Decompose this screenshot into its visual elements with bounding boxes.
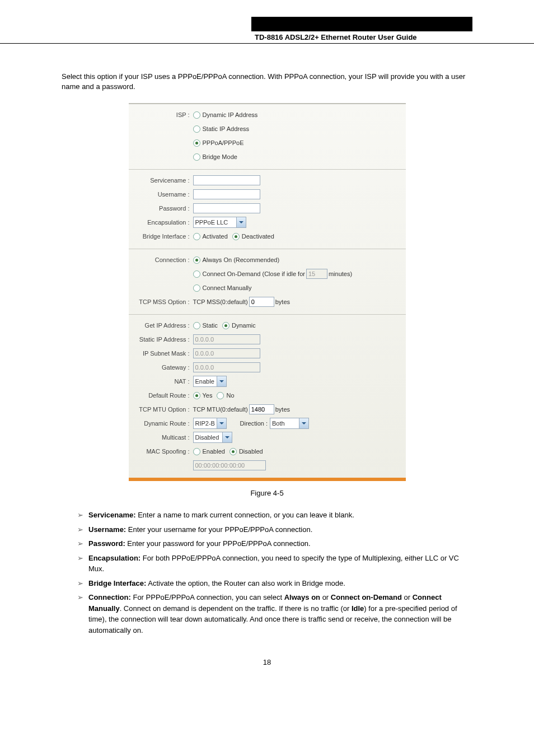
- gateway-label: Gateway :: [129, 364, 193, 371]
- header-bar-black: [251, 17, 472, 31]
- isp-static-label: Static IP Address: [203, 125, 250, 132]
- getip-static-label: Static: [203, 322, 218, 329]
- password-input[interactable]: [193, 203, 260, 213]
- staticip-input[interactable]: [193, 334, 260, 344]
- bridgeif-deactivated-radio[interactable]: [232, 233, 240, 240]
- nat-label: NAT :: [129, 378, 193, 385]
- subnet-input[interactable]: [193, 348, 260, 358]
- getip-label: Get IP Address :: [129, 322, 193, 329]
- dynroute-label: Dynamic Route :: [129, 420, 193, 427]
- mss-input[interactable]: [249, 297, 274, 307]
- conn-ondemand-pre: Connect On-Demand (Close if idle for: [203, 270, 305, 277]
- bullet-icon: ➢: [77, 578, 88, 589]
- bullet-icon: ➢: [77, 510, 88, 521]
- isp-dynamic-label: Dynamic IP Address: [203, 111, 258, 118]
- mtu-input[interactable]: [249, 404, 274, 414]
- servicename-input[interactable]: [193, 175, 260, 185]
- panel-footer: [129, 478, 406, 481]
- bullet-icon: ➢: [77, 524, 88, 535]
- staticip-label: Static IP Address :: [129, 336, 193, 343]
- multicast-select[interactable]: Disabled: [193, 432, 232, 443]
- direction-select[interactable]: Both: [270, 418, 309, 429]
- bridgeif-activated-radio[interactable]: [193, 233, 200, 240]
- macspoof-disabled-label: Disabled: [239, 448, 263, 455]
- config-panel: ISP : Dynamic IP Address Static IP Addre…: [129, 103, 406, 481]
- macspoof-enabled-label: Enabled: [203, 448, 225, 455]
- bridgeif-activated-label: Activated: [203, 233, 228, 240]
- bridgeif-deactivated-label: Deactivated: [242, 233, 274, 240]
- username-label: Username :: [129, 191, 193, 198]
- bullet-list: ➢ Servicename: Enter a name to mark curr…: [62, 510, 472, 636]
- mtu-label: TCP MTU Option :: [129, 406, 193, 413]
- list-item: ➢ Password: Enter your password for your…: [77, 538, 472, 549]
- mss-label: TCP MSS Option :: [129, 298, 193, 305]
- bullet-icon: ➢: [77, 538, 88, 549]
- list-item: ➢ Username: Enter your username for your…: [77, 524, 472, 535]
- conn-always-radio[interactable]: [193, 256, 200, 264]
- defroute-yes-radio[interactable]: [193, 392, 200, 399]
- isp-pppoe-label: PPPoA/PPPoE: [203, 139, 244, 146]
- isp-bridge-label: Bridge Mode: [203, 153, 237, 160]
- mtu-pre: TCP MTU(0:default): [193, 406, 248, 413]
- bullet-icon: ➢: [77, 553, 88, 575]
- isp-static-radio[interactable]: [193, 125, 200, 133]
- isp-label: ISP :: [129, 111, 193, 118]
- conn-ondemand-post: minutes): [329, 270, 352, 277]
- conn-manual-label: Connect Manually: [203, 284, 252, 291]
- macspoof-input[interactable]: [193, 460, 266, 470]
- conn-ondemand-radio[interactable]: [193, 270, 200, 278]
- figure-caption: Figure 4-5: [129, 489, 406, 497]
- subnet-label: IP Subnet Mask :: [129, 350, 193, 357]
- bullet-icon: ➢: [77, 592, 88, 636]
- dynroute-select[interactable]: RIP2-B: [193, 418, 227, 429]
- page-header: TD-8816 ADSL2/2+ Ethernet Router User Gu…: [0, 17, 534, 44]
- macspoof-enabled-radio[interactable]: [193, 448, 200, 455]
- defroute-no-radio[interactable]: [217, 392, 224, 399]
- direction-label: Direction :: [240, 420, 268, 427]
- encapsulation-select[interactable]: PPPoE LLC: [193, 217, 246, 228]
- mtu-post: bytes: [275, 406, 290, 413]
- list-item: ➢ Bridge Interface: Activate the option,…: [77, 578, 472, 589]
- list-item: ➢ Encapsulation: For both PPPoE/PPPoA co…: [77, 553, 472, 575]
- username-input[interactable]: [193, 189, 260, 199]
- conn-always-label: Always On (Recommended): [203, 256, 280, 263]
- password-label: Password :: [129, 205, 193, 212]
- macspoof-disabled-radio[interactable]: [229, 448, 237, 455]
- servicename-label: Servicename :: [129, 177, 193, 184]
- macspoof-label: MAC Spoofing :: [129, 448, 193, 455]
- page-number: 18: [62, 658, 472, 666]
- bridgeif-label: Bridge Interface :: [129, 233, 193, 240]
- conn-ondemand-input[interactable]: [306, 269, 327, 279]
- conn-manual-radio[interactable]: [193, 284, 200, 292]
- defroute-no-label: No: [226, 392, 234, 399]
- getip-static-radio[interactable]: [193, 322, 200, 329]
- intro-paragraph: Select this option if your ISP uses a PP…: [62, 72, 472, 92]
- defroute-label: Default Route :: [129, 392, 193, 399]
- nat-select[interactable]: Enable: [193, 376, 227, 387]
- header-model: TD-8816 ADSL2/2+ Ethernet Router User Gu…: [255, 33, 417, 41]
- connection-label: Connection :: [129, 256, 193, 263]
- isp-bridge-radio[interactable]: [193, 153, 200, 161]
- multicast-label: Multicast :: [129, 434, 193, 441]
- encapsulation-label: Encapsulation :: [129, 219, 193, 226]
- getip-dynamic-radio[interactable]: [222, 322, 229, 329]
- mss-post: bytes: [275, 298, 290, 305]
- list-item: ➢ Connection: For PPPoE/PPPoA connection…: [77, 592, 472, 636]
- mss-pre: TCP MSS(0:default): [193, 298, 248, 305]
- isp-pppoe-radio[interactable]: [193, 139, 200, 147]
- isp-dynamic-radio[interactable]: [193, 111, 200, 119]
- defroute-yes-label: Yes: [203, 392, 213, 399]
- list-item: ➢ Servicename: Enter a name to mark curr…: [77, 510, 472, 521]
- gateway-input[interactable]: [193, 362, 260, 372]
- getip-dynamic-label: Dynamic: [232, 322, 256, 329]
